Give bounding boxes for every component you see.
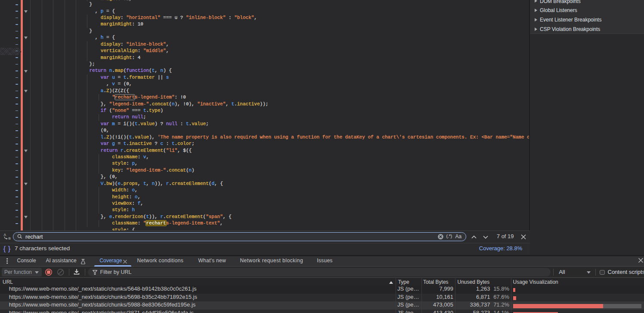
svg-text:B: B <box>9 236 11 240</box>
svg-text:A: A <box>4 233 6 237</box>
